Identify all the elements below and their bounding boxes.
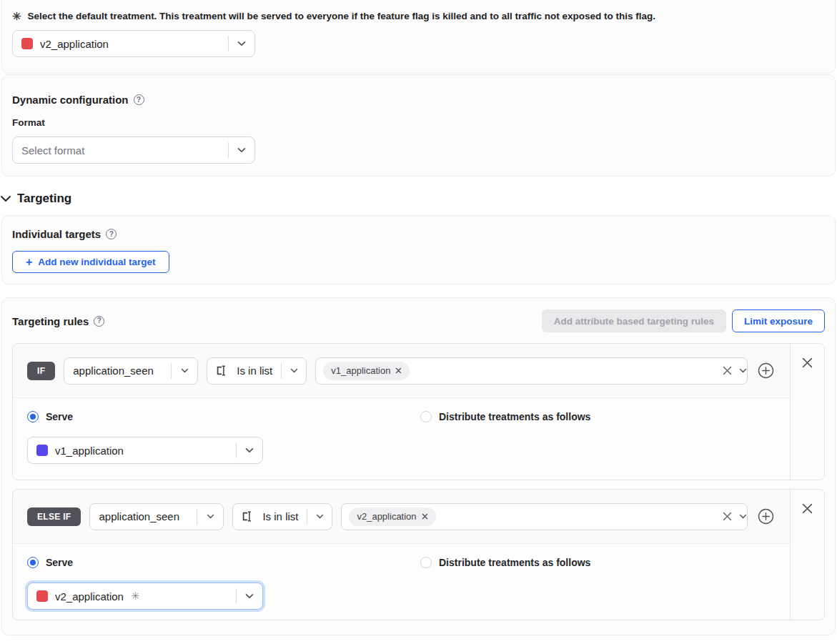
- format-label: Format: [12, 117, 825, 128]
- default-treatment-note: ✳ Select the default treatment. This tre…: [12, 11, 825, 21]
- string-matcher-icon: [242, 511, 255, 522]
- serve-radio-option[interactable]: Serve: [27, 411, 420, 422]
- rule-keyword-badge: ELSE IF: [27, 507, 81, 526]
- add-individual-target-button[interactable]: + Add new individual target: [12, 251, 169, 273]
- radio-selected-icon[interactable]: [27, 411, 39, 422]
- default-treatment-note-text: Select the default treatment. This treat…: [28, 11, 655, 21]
- help-icon[interactable]: ?: [94, 316, 104, 327]
- add-attribute-rules-button[interactable]: Add attribute based targeting rules: [542, 309, 726, 332]
- dynamic-configuration-title-text: Dynamic configuration: [12, 94, 129, 106]
- attribute-select[interactable]: application_seen: [89, 503, 224, 530]
- chevron-down-icon[interactable]: [197, 504, 223, 530]
- chevron-down-icon[interactable]: [229, 137, 254, 163]
- dynamic-configuration-title: Dynamic configuration ?: [12, 94, 825, 106]
- serve-treatment-select[interactable]: v1_application: [27, 437, 263, 464]
- default-treatment-section: ✳ Select the default treatment. This tre…: [1, 0, 836, 74]
- matcher-select[interactable]: Is in list: [207, 357, 307, 385]
- matcher-select[interactable]: Is in list: [232, 503, 332, 530]
- remove-rule-icon[interactable]: [801, 356, 814, 480]
- serve-treatment-value: v2_application: [55, 590, 124, 603]
- targeting-section-header[interactable]: Targeting: [0, 177, 837, 215]
- attribute-select[interactable]: application_seen: [64, 357, 198, 385]
- default-treatment-value: v2_application: [40, 38, 109, 50]
- rule-keyword-badge: IF: [27, 362, 55, 380]
- serve-label: Serve: [46, 557, 73, 568]
- format-select[interactable]: Select format: [12, 137, 255, 164]
- targeting-rule-card: ELSE IF application_seen: [12, 489, 825, 620]
- value-chip-label: v1_application: [331, 365, 390, 376]
- chevron-down-icon[interactable]: [237, 437, 262, 463]
- matcher-values-input[interactable]: v1_application: [315, 357, 748, 385]
- limit-exposure-button[interactable]: Limit exposure: [732, 309, 825, 332]
- targeting-rules-title: Targeting rules ?: [12, 315, 542, 327]
- asterisk-icon: ✳: [12, 11, 21, 21]
- matcher-value: Is in list: [237, 365, 272, 377]
- attribute-value: application_seen: [99, 510, 179, 522]
- chip-remove-icon[interactable]: [422, 513, 428, 520]
- chevron-down-icon[interactable]: [282, 358, 306, 384]
- remove-rule-icon[interactable]: [801, 502, 814, 620]
- value-chip: v2_application: [349, 507, 435, 526]
- individual-targets-title: Individual targets ?: [12, 228, 825, 240]
- chevron-down-icon[interactable]: [0, 195, 11, 202]
- string-matcher-icon: [216, 365, 229, 376]
- clear-values-icon[interactable]: [715, 504, 739, 530]
- rule-condition-row: ELSE IF application_seen: [13, 490, 790, 544]
- distribute-radio-option[interactable]: Distribute treatments as follows: [420, 557, 590, 568]
- rule-serve-area: Serve Distribute treatments as follows v…: [13, 398, 790, 480]
- chip-remove-icon[interactable]: [395, 367, 402, 374]
- radio-selected-icon[interactable]: [27, 557, 39, 568]
- targeting-rules-section: Targeting rules ? Add attribute based ta…: [1, 297, 836, 635]
- rule-serve-area: Serve Distribute treatments as follows v…: [13, 544, 790, 620]
- serve-label: Serve: [46, 411, 73, 422]
- rule-side-column: [790, 344, 824, 480]
- chevron-down-icon[interactable]: [307, 504, 332, 530]
- add-condition-icon[interactable]: [756, 361, 776, 380]
- add-individual-target-label: Add new individual target: [38, 257, 155, 267]
- targeting-title: Targeting: [17, 192, 71, 206]
- dynamic-configuration-section: Dynamic configuration ? Format Select fo…: [1, 74, 836, 177]
- radio-unselected-icon[interactable]: [420, 557, 432, 568]
- matcher-values-input[interactable]: v2_application: [341, 503, 748, 530]
- add-condition-icon[interactable]: [756, 507, 776, 526]
- clear-values-icon[interactable]: [715, 358, 739, 384]
- distribute-radio-option[interactable]: Distribute treatments as follows: [420, 411, 590, 422]
- value-chip-label: v2_application: [357, 511, 416, 522]
- serve-treatment-select[interactable]: v2_application ✳: [27, 583, 263, 610]
- rule-side-column: [790, 490, 824, 620]
- chevron-down-icon[interactable]: [739, 368, 747, 373]
- matcher-value: Is in list: [262, 510, 298, 522]
- distribute-label: Distribute treatments as follows: [439, 411, 590, 422]
- treatment-color-swatch: [21, 38, 33, 49]
- individual-targets-title-text: Individual targets: [12, 228, 101, 240]
- help-icon[interactable]: ?: [106, 229, 117, 239]
- serve-treatment-value: v1_application: [55, 445, 124, 457]
- individual-targets-section: Individual targets ? + Add new individua…: [1, 215, 836, 284]
- targeting-rules-header: Targeting rules ? Add attribute based ta…: [12, 309, 825, 332]
- default-treatment-select[interactable]: v2_application: [12, 30, 255, 57]
- default-treatment-asterisk-icon: ✳: [131, 590, 140, 603]
- treatment-color-swatch: [36, 590, 48, 602]
- chevron-down-icon[interactable]: [237, 583, 262, 609]
- targeting-rules-title-text: Targeting rules: [12, 315, 89, 327]
- targeting-rule-card: IF application_seen: [12, 343, 825, 480]
- distribute-label: Distribute treatments as follows: [439, 557, 590, 568]
- rule-condition-row: IF application_seen: [13, 344, 790, 398]
- value-chip: v1_application: [323, 362, 410, 380]
- chevron-down-icon[interactable]: [172, 358, 197, 384]
- radio-unselected-icon[interactable]: [420, 411, 432, 422]
- help-icon[interactable]: ?: [134, 94, 144, 105]
- chevron-down-icon[interactable]: [739, 514, 747, 519]
- treatment-color-swatch: [36, 445, 48, 456]
- format-select-placeholder: Select format: [21, 144, 84, 157]
- plus-icon: +: [26, 256, 32, 269]
- chevron-down-icon[interactable]: [229, 31, 254, 56]
- serve-radio-option[interactable]: Serve: [27, 557, 420, 568]
- attribute-value: application_seen: [73, 365, 154, 377]
